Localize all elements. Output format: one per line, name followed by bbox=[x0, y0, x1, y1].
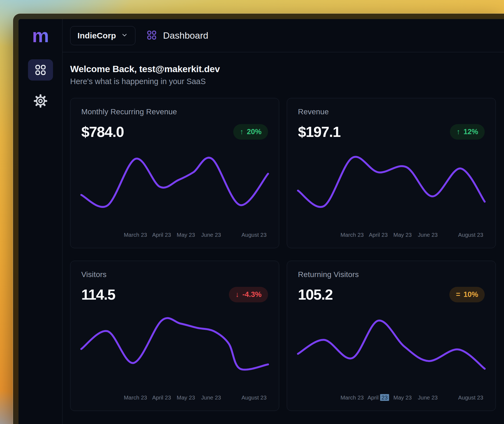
axis-tick-label: August 23 bbox=[241, 232, 266, 238]
x-axis-labels: March 23April 23May 23June 23August 23 bbox=[81, 232, 268, 239]
trend-badge: ↓ -4.3% bbox=[229, 287, 268, 302]
selected-text: 23 bbox=[380, 394, 389, 401]
dashboard-grid-icon bbox=[146, 30, 157, 42]
card-monthly-recurring-revenue: Monthly Recurring Revenue $784.0 ↑ 20% bbox=[70, 98, 279, 248]
sidebar-item-dashboard[interactable] bbox=[28, 59, 53, 81]
axis-tick-label: April 23 bbox=[152, 232, 171, 238]
breadcrumb: Dashboard bbox=[146, 30, 208, 42]
topbar: IndieCorp Dashboard bbox=[63, 19, 504, 52]
axis-tick-label: April 23 bbox=[368, 394, 389, 401]
axis-tick-label: August 23 bbox=[458, 394, 483, 401]
axis-tick-label: May 23 bbox=[393, 394, 412, 401]
sparkline-chart bbox=[298, 318, 485, 371]
team-selector-label: IndieCorp bbox=[77, 31, 116, 40]
axis-tick-label: April 23 bbox=[152, 394, 171, 401]
trend-change-label: 10% bbox=[463, 290, 478, 299]
axis-tick-label: March 23 bbox=[340, 394, 363, 401]
metric-value: 114.5 bbox=[81, 286, 115, 303]
trend-flat-icon: = bbox=[456, 290, 460, 299]
axis-tick-label: August 23 bbox=[458, 232, 483, 238]
axis-tick-label: March 23 bbox=[124, 394, 147, 401]
app-window: m bbox=[13, 14, 504, 424]
axis-tick-label: March 23 bbox=[124, 232, 147, 238]
makerkit-logo: m bbox=[32, 26, 49, 45]
grid-icon bbox=[34, 64, 47, 76]
axis-tick-label: May 23 bbox=[393, 232, 412, 238]
main-content: Welcome Back, test@makerkit.dev Here's w… bbox=[63, 52, 504, 424]
axis-tick-label: June 23 bbox=[418, 394, 438, 401]
metrics-grid: Monthly Recurring Revenue $784.0 ↑ 20% bbox=[70, 98, 496, 411]
axis-tick-label: June 23 bbox=[201, 394, 221, 401]
card-title: Visitors bbox=[81, 270, 268, 279]
sidebar-item-settings[interactable] bbox=[28, 90, 53, 112]
card-title: Revenue bbox=[298, 107, 485, 116]
card-returning-visitors: Returning Visitors 105.2 = 10% March 23 bbox=[287, 261, 496, 411]
metric-value: 105.2 bbox=[298, 286, 333, 303]
axis-tick-label: May 23 bbox=[177, 394, 195, 401]
x-axis-labels: March 23April 23May 23June 23August 23 bbox=[81, 394, 268, 401]
team-selector-button[interactable]: IndieCorp bbox=[70, 26, 135, 45]
axis-tick-label: August 23 bbox=[241, 394, 266, 401]
axis-tick-label: June 23 bbox=[201, 232, 221, 238]
trend-change-label: -4.3% bbox=[242, 290, 262, 299]
x-axis-labels: March 23April 23May 23June 23August 23 bbox=[298, 394, 485, 401]
axis-tick-label: May 23 bbox=[177, 232, 195, 238]
x-axis-labels: March 23April 23May 23June 23August 23 bbox=[298, 232, 485, 239]
axis-tick-label: June 23 bbox=[418, 232, 438, 238]
metric-value: $197.1 bbox=[298, 123, 340, 140]
trend-change-label: 12% bbox=[463, 128, 478, 136]
trend-badge: ↑ 20% bbox=[233, 124, 268, 140]
metric-value: $784.0 bbox=[81, 123, 124, 140]
page-title: Welcome Back, test@makerkit.dev bbox=[70, 64, 496, 74]
axis-tick-label: March 23 bbox=[340, 232, 363, 238]
card-visitors: Visitors 114.5 ↓ -4.3% March 23April 23 bbox=[70, 261, 279, 411]
card-title: Monthly Recurring Revenue bbox=[81, 107, 268, 116]
trend-up-icon: ↑ bbox=[456, 128, 460, 136]
axis-tick-label: April 23 bbox=[369, 232, 388, 238]
trend-up-icon: ↑ bbox=[240, 128, 244, 136]
gear-icon bbox=[33, 94, 48, 108]
card-revenue: Revenue $197.1 ↑ 12% March 23April 23Ma bbox=[287, 98, 496, 248]
chevron-down-icon bbox=[121, 32, 128, 39]
trend-badge: = 10% bbox=[449, 287, 485, 302]
sparkline-chart bbox=[81, 318, 268, 371]
page-breadcrumb-label: Dashboard bbox=[163, 30, 208, 41]
sidebar: m bbox=[18, 19, 63, 424]
card-title: Returning Visitors bbox=[298, 270, 485, 279]
page-subtitle: Here's what is happening in your SaaS bbox=[70, 77, 496, 86]
trend-badge: ↑ 12% bbox=[450, 124, 485, 140]
sparkline-chart bbox=[81, 155, 268, 208]
trend-change-label: 20% bbox=[247, 128, 262, 136]
trend-down-icon: ↓ bbox=[235, 290, 239, 299]
sparkline-chart bbox=[298, 155, 485, 208]
